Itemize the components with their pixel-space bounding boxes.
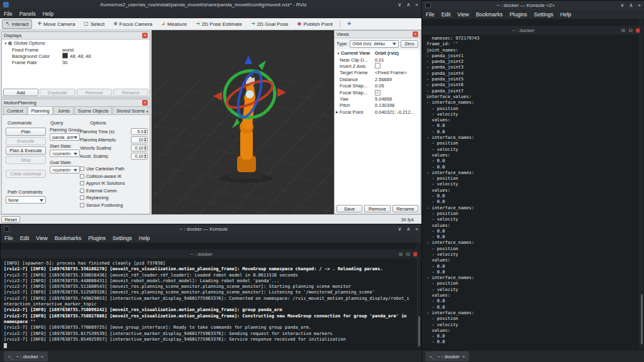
tool-button[interactable]: Measure [157, 19, 191, 29]
minimize-icon[interactable] [398, 224, 402, 234]
global-options-row[interactable]: Global Options [2, 40, 150, 47]
checkbox[interactable] [80, 174, 84, 178]
tab-overflow-icon[interactable]: ▸ [147, 109, 148, 114]
tool-button[interactable]: 2D Pose Estimate [192, 19, 246, 29]
motion-planning-close-button[interactable] [142, 100, 148, 106]
view-property-row[interactable]: Focal Shap... [335, 89, 420, 96]
menu-item[interactable]: Help [560, 11, 571, 18]
maximize-icon[interactable] [629, 1, 633, 10]
view-property-row[interactable]: Near Clip D... 0.01 [335, 57, 420, 63]
option-checkbox-row[interactable]: Use Cartesian Path [80, 165, 125, 173]
option-spinbox[interactable]: 0.10 [131, 145, 148, 151]
view-property-row[interactable]: Distance 2.56689 [335, 76, 420, 82]
konsole-bottom-tab[interactable]: ~ : docker [4, 351, 48, 361]
displays-action-button[interactable]: Duplicate [40, 89, 75, 96]
expander-icon[interactable] [335, 110, 340, 114]
motion-planning-tab[interactable]: Stored Scene [113, 106, 148, 114]
command-button[interactable]: Plan [6, 128, 46, 136]
terminal-output[interactable]: [INFO] [spawner-5]: process has finished… [4, 261, 414, 347]
menu-item[interactable]: File [4, 11, 13, 17]
command-button[interactable]: Execute [6, 137, 46, 145]
checkbox[interactable] [80, 195, 84, 200]
views-type-combo[interactable]: Orbit (rviz_defau [350, 40, 399, 48]
expander-open-icon[interactable] [336, 52, 341, 55]
view-property-row[interactable]: Target Frame <Fixed Frame> [335, 70, 420, 76]
command-button[interactable]: Stop [6, 156, 46, 164]
split-view-icon[interactable] [621, 28, 626, 33]
menu-item[interactable]: Settings [113, 235, 132, 241]
option-spinbox[interactable]: 0.10 [131, 153, 148, 160]
maximize-icon[interactable] [406, 224, 410, 234]
close-icon[interactable] [638, 1, 641, 10]
add-tool-button[interactable] [343, 19, 355, 29]
menu-item[interactable]: Plugins [88, 235, 106, 241]
menu-item[interactable]: File [4, 235, 13, 241]
views-action-button[interactable]: Save [336, 205, 362, 212]
displays-close-button[interactable] [142, 33, 148, 38]
zero-button[interactable]: Zero [401, 40, 418, 48]
konsole-bottom-titlebar[interactable]: ~ : docker — Konsole [1, 224, 421, 234]
menu-item[interactable]: Help [43, 11, 53, 17]
menu-item[interactable]: Settings [534, 11, 553, 18]
menu-item[interactable]: View [457, 11, 469, 18]
menu-item[interactable]: Edit [441, 11, 451, 18]
query-combo[interactable]: <current> [50, 150, 80, 157]
path-constraints-combo[interactable]: None [6, 196, 46, 204]
tool-button[interactable]: Select [80, 19, 108, 29]
view-property-row[interactable]: Pitch 0.130398 [335, 102, 420, 109]
displays-action-button[interactable]: Rename [113, 89, 148, 96]
option-spinbox[interactable]: 10 [131, 136, 148, 143]
spinner-arrows-icon[interactable] [144, 136, 147, 143]
scrollbar[interactable] [417, 243, 421, 348]
motion-planning-tab[interactable]: Context [3, 106, 27, 114]
tool-button[interactable]: Focus Camera [109, 19, 156, 29]
expander-open-icon[interactable] [3, 41, 8, 45]
option-checkbox-row[interactable]: Approx IK Solutions [80, 180, 125, 187]
scrollbar-thumb[interactable] [641, 294, 643, 344]
option-checkbox-row[interactable]: Sensor Positioning [80, 202, 125, 209]
menu-item[interactable]: Help [139, 235, 150, 241]
tab-close-icon[interactable] [462, 354, 465, 359]
split-view-icon[interactable] [399, 251, 403, 257]
spinner-arrows-icon[interactable] [144, 153, 147, 160]
menu-item[interactable]: Bookmarks [476, 11, 503, 18]
checkbox[interactable] [80, 189, 84, 193]
views-action-button[interactable]: Rename [392, 205, 418, 212]
checkbox[interactable] [80, 181, 84, 185]
minimize-icon[interactable] [398, 0, 402, 9]
tab-close-icon[interactable] [41, 354, 44, 359]
option-checkbox-row[interactable]: Replanning [80, 194, 125, 202]
displays-tree[interactable]: Global Options Fixed Frame world Backgro… [2, 40, 150, 89]
menu-item[interactable]: Edit [20, 235, 30, 241]
display-property-row[interactable]: Background Color 48; 48; 48 [2, 53, 150, 59]
display-property-row[interactable]: Frame Rate 30 [2, 59, 150, 65]
menu-item[interactable]: View [36, 235, 47, 241]
menu-item[interactable]: Plugins [509, 11, 527, 18]
close-icon[interactable] [415, 0, 418, 9]
option-spinbox[interactable]: 5.0 [131, 128, 148, 135]
display-property-row[interactable]: Fixed Frame world [2, 47, 150, 53]
tool-button[interactable]: 2D Goal Pose [247, 19, 292, 29]
scrollbar[interactable] [640, 19, 643, 348]
terminal-output[interactable]: nanosec: 972179743frame_id: ''joint_name… [426, 36, 638, 348]
minimize-icon[interactable] [621, 1, 625, 10]
menu-item[interactable]: Bookmarks [55, 235, 82, 241]
query-combo[interactable]: panda_arm [50, 133, 80, 141]
maximize-icon[interactable] [406, 0, 410, 9]
close-icon[interactable] [415, 224, 418, 234]
views-action-button[interactable]: Remove [364, 205, 390, 212]
option-checkbox-row[interactable]: Collision-aware IK [80, 173, 125, 180]
3d-viewport[interactable] [152, 30, 334, 214]
checkbox[interactable] [80, 167, 84, 171]
view-property-row[interactable]: Focal Point 0.040321; -0.212... [335, 109, 420, 115]
spinner-arrows-icon[interactable] [144, 145, 147, 151]
displays-panel-header[interactable]: Displays [2, 32, 150, 40]
view-property-row[interactable]: Invert Z Axis [335, 63, 420, 69]
menu-item[interactable]: File [426, 11, 435, 18]
tool-button[interactable]: Publish Point [293, 19, 336, 29]
displays-action-button[interactable]: Remove [77, 89, 112, 96]
view-property-row[interactable]: Focal Shap... 0.05 [335, 83, 420, 89]
view-property-row[interactable]: Yaw 5.04858 [335, 96, 420, 102]
tool-button[interactable]: Move Camera [33, 19, 79, 29]
konsole-right-titlebar[interactable]: ~ : docker — Konsole <2> [422, 1, 644, 10]
